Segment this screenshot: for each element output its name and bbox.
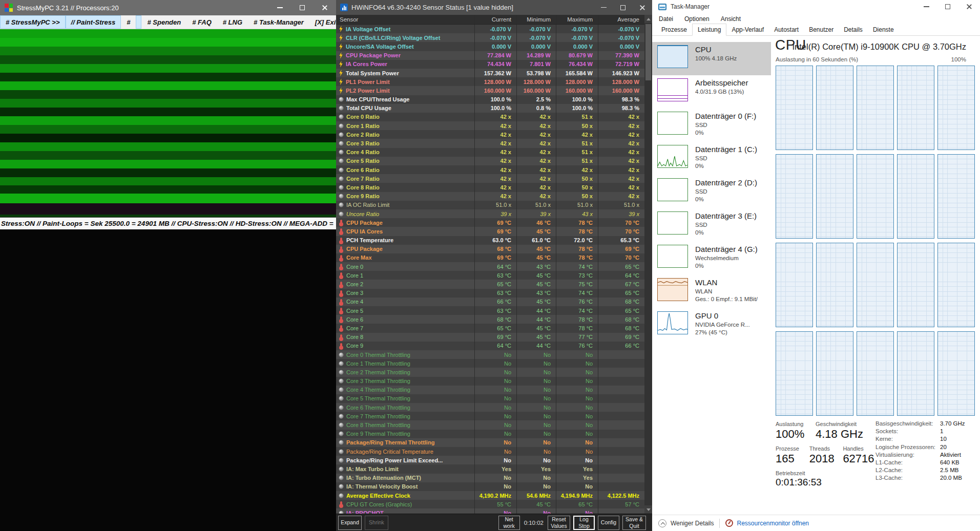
chevron-up-icon[interactable]: [658, 519, 666, 527]
scrollbar[interactable]: [644, 15, 652, 514]
scroll-down-icon[interactable]: [644, 505, 652, 514]
sensor-row[interactable]: Max CPU/Thread Usage100.0 %2.5 %100.0 %9…: [336, 95, 644, 104]
scrollbar-thumb[interactable]: [645, 24, 651, 80]
menu-item-datei[interactable]: Datei: [659, 15, 673, 23]
menu-item[interactable]: [X] Exit: [309, 15, 336, 29]
sensor-row[interactable]: Average Effective Clock4,190.2 MHz54.6 M…: [336, 491, 644, 500]
sensor-row[interactable]: Core 563 °C44 °C74 °C65 °C: [336, 306, 644, 315]
sidebar-item-datentr-ger-1-c-[interactable]: Datenträger 1 (C:)SSD0%: [652, 142, 771, 175]
menu-item[interactable]: # StressMyPC >>: [0, 15, 66, 29]
sensor-row[interactable]: IA: Turbo Attenuation (MCT)NoNoYes: [336, 474, 644, 482]
close-button[interactable]: [958, 0, 980, 13]
sensor-row[interactable]: Core 1 Thermal ThrottlingNoNoNo: [336, 359, 644, 368]
sidebar-item-datentr-ger-2-d-[interactable]: Datenträger 2 (D:)SSD0%: [652, 175, 771, 208]
sensor-row[interactable]: Core 964 °C44 °C76 °C66 °C: [336, 342, 644, 350]
sensor-row[interactable]: Core 765 °C45 °C78 °C68 °C: [336, 324, 644, 332]
sensor-row[interactable]: Core 0 Ratio42 x42 x51 x42 x: [336, 113, 644, 121]
sensor-row[interactable]: IA Cores Power74.434 W7.801 W76.434 W72.…: [336, 60, 644, 69]
menu-item[interactable]: # Task-Manager: [248, 15, 309, 29]
sensor-row[interactable]: Core 2 Thermal ThrottlingNoNoNo: [336, 368, 644, 376]
sensor-row[interactable]: Core 2 Ratio42 x42 x42 x42 x: [336, 130, 644, 139]
sidebar-item-arbeitsspeicher[interactable]: Arbeitsspeicher4.0/31.9 GB (13%): [652, 75, 771, 109]
hwinfo-titlebar[interactable]: HWiNFO64 v6.30-4240 Sensor Status [1 val…: [336, 0, 652, 15]
tab-leistung[interactable]: Leistung: [692, 24, 726, 36]
column-minimum[interactable]: Minimum: [516, 15, 556, 24]
config-button[interactable]: Config: [598, 516, 619, 530]
sensor-row[interactable]: Uncore Ratio39 x39 x43 x39 x: [336, 209, 644, 218]
menu-item[interactable]: #: [121, 15, 136, 29]
tab-prozesse[interactable]: Prozesse: [656, 24, 692, 35]
sensor-row[interactable]: Core 5 Thermal ThrottlingNoNoNo: [336, 394, 644, 403]
sensor-row[interactable]: Total CPU Usage100.0 %0.8 %100.0 %98.3 %: [336, 104, 644, 113]
sensor-row[interactable]: Core 466 °C45 °C76 °C68 °C: [336, 298, 644, 306]
sensor-row[interactable]: Package/Ring Power Limit Exceed...NoNoNo: [336, 456, 644, 464]
sensor-row[interactable]: Core Max69 °C45 °C78 °C70 °C: [336, 253, 644, 262]
sensor-row[interactable]: PL1 Power Limit128.000 W128.000 W128.000…: [336, 77, 644, 86]
column-sensor[interactable]: Sensor: [336, 15, 474, 24]
resource-monitor-icon[interactable]: [725, 519, 733, 527]
sensor-row[interactable]: Core 3 Ratio42 x42 x51 x42 x: [336, 139, 644, 147]
sensor-row[interactable]: CPU IA Cores69 °C45 °C78 °C70 °C: [336, 227, 644, 236]
taskmanager-titlebar[interactable]: Task-Manager: [652, 0, 980, 13]
tab-dienste[interactable]: Dienste: [868, 24, 899, 35]
sensor-row[interactable]: PCH Temperature63.0 °C61.0 °C72.0 °C65.3…: [336, 236, 644, 245]
sidebar-item-datentr-ger-4-g-[interactable]: Datenträger 4 (G:)Wechselmedium0%: [652, 242, 771, 275]
sensor-row[interactable]: Core 668 °C44 °C78 °C68 °C: [336, 315, 644, 324]
stressmypc-titlebar[interactable]: StressMyPC 3.21 // Processors:20: [0, 0, 336, 15]
column-current[interactable]: Current: [474, 15, 516, 24]
network-button[interactable]: Net work: [498, 516, 520, 530]
log-stop-button[interactable]: Log Stop: [573, 516, 595, 530]
sensor-row[interactable]: Core 0 Thermal ThrottlingNoNoNo: [336, 350, 644, 359]
sensor-row[interactable]: Core 7 Thermal ThrottlingNoNoNo: [336, 412, 644, 420]
scroll-up-icon[interactable]: [644, 15, 652, 23]
sidebar-item-cpu[interactable]: CPU100% 4.18 GHz: [652, 42, 771, 75]
sensor-row[interactable]: Total System Power157.362 W53.798 W165.5…: [336, 69, 644, 77]
sensor-row[interactable]: Core 8 Thermal ThrottlingNoNoNo: [336, 420, 644, 429]
sensor-row[interactable]: IA: Thermal Velocity BoostNoNoNo: [336, 482, 644, 491]
sidebar-item-datentr-ger-0-f-[interactable]: Datenträger 0 (F:)SSD0%: [652, 109, 771, 142]
sensor-row[interactable]: Core 9 Thermal ThrottlingNoNoNo: [336, 430, 644, 438]
tab-details[interactable]: Details: [839, 24, 868, 35]
sensor-row[interactable]: CPU Package69 °C46 °C78 °C70 °C: [336, 218, 644, 227]
sensor-table-header[interactable]: Sensor Current Minimum Maximum Average: [336, 15, 644, 25]
sidebar-item-gpu-0[interactable]: GPU 0NVIDIA GeForce R...27% (45 °C): [652, 308, 771, 342]
expand-button[interactable]: Expand: [338, 516, 362, 530]
menu-item[interactable]: # Spenden: [141, 15, 186, 29]
column-maximum[interactable]: Maximum: [556, 15, 598, 24]
sensor-row[interactable]: Core 4 Ratio42 x42 x51 x42 x: [336, 148, 644, 157]
sensor-row[interactable]: IA OC Ratio Limit51.0 x51.0 x51.0 x51.0 …: [336, 201, 644, 209]
reset-values-button[interactable]: Reset Values: [548, 516, 570, 530]
sensor-row[interactable]: Core 064 °C43 °C74 °C65 °C: [336, 262, 644, 271]
sensor-row[interactable]: Core 9 Ratio42 x42 x50 x42 x: [336, 192, 644, 201]
column-average[interactable]: Average: [598, 15, 644, 24]
sensor-row[interactable]: Uncore/SA Voltage Offset0.000 V0.000 V0.…: [336, 42, 644, 51]
menu-item-ansicht[interactable]: Ansicht: [721, 15, 741, 23]
sensor-row[interactable]: Core 265 °C45 °C75 °C67 °C: [336, 280, 644, 288]
sensor-row[interactable]: Package/Ring Critical TemperatureNoNoNo: [336, 447, 644, 456]
sensor-row[interactable]: Core 869 °C45 °C77 °C69 °C: [336, 333, 644, 342]
sensor-row[interactable]: Core 8 Ratio42 x42 x50 x42 x: [336, 183, 644, 192]
sensor-row[interactable]: Package/Ring Thermal ThrottlingNoNoNo: [336, 438, 644, 447]
sidebar-item-datentr-ger-3-e-[interactable]: Datenträger 3 (E:)SSD0%: [652, 208, 771, 242]
close-button[interactable]: [314, 0, 336, 15]
tab-autostart[interactable]: Autostart: [769, 24, 804, 35]
sensor-row[interactable]: Core 1 Ratio42 x42 x50 x42 x: [336, 121, 644, 130]
maximize-button[interactable]: [937, 0, 958, 13]
menu-item[interactable]: # FAQ: [186, 15, 217, 29]
resource-monitor-link[interactable]: Ressourcenmonitor öffnen: [737, 520, 809, 527]
sidebar-item-wlan[interactable]: WLANWLANGes.: 0 Empf.: 9.1 MBit/: [652, 275, 771, 308]
menu-item[interactable]: # LNG: [217, 15, 248, 29]
sensor-row[interactable]: CLR (CBo/LLC/Ring) Voltage Offset-0.070 …: [336, 33, 644, 42]
sensor-row[interactable]: CPU Package Power77.284 W14.289 W80.679 …: [336, 51, 644, 60]
menu-item[interactable]: // Agg: [136, 15, 141, 29]
sensor-row[interactable]: Core 7 Ratio42 x42 x50 x42 x: [336, 174, 644, 183]
minimize-button[interactable]: [915, 0, 937, 13]
sensor-row[interactable]: IA: Max Turbo LimitYesYesYes: [336, 464, 644, 473]
sensor-row[interactable]: CPU GT Cores (Graphics)55 °C45 °C65 °C57…: [336, 500, 644, 508]
minimize-button[interactable]: [594, 0, 613, 15]
sensor-row[interactable]: Core 5 Ratio42 x42 x51 x42 x: [336, 157, 644, 165]
tab-app-verlauf[interactable]: App-Verlauf: [726, 24, 769, 35]
close-button[interactable]: [633, 0, 652, 15]
sensor-row[interactable]: CPU Package68 °C45 °C78 °C69 °C: [336, 245, 644, 253]
sensor-row[interactable]: Core 3 Thermal ThrottlingNoNoNo: [336, 377, 644, 386]
